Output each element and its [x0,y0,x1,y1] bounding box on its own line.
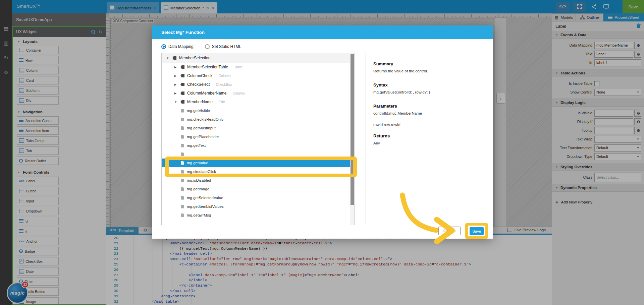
tree-label: ColumnMemberName [187,91,226,96]
tag-icon [172,56,176,60]
tree-label: mg.getPlaceholder [187,135,219,139]
control-type-label: Column [232,91,245,95]
tree-function-mg-getvisible[interactable]: mg.getVisible [162,106,354,115]
parameter-rowid: rowId:row.rowId [373,123,480,127]
control-type-label: Edit [219,100,225,104]
tree-function-mg-gettext[interactable]: mg.getText [162,141,354,150]
tree-function-mg-getplaceholder[interactable]: mg.getPlaceholder [162,132,354,141]
chevron-right-icon[interactable]: ▶ [174,92,178,95]
tree-function-mg-getmustinput[interactable]: mg.getMustInput [162,124,354,132]
chevron-down-icon[interactable]: ▼ [174,101,178,104]
tag-icon [180,92,184,95]
app-window: ▤▥↻⚙ SmartUX™ RegisteredMembers×MemberSe… [0,0,644,305]
parameter-controlid: controlId:mgc.MemberName [373,111,480,115]
tree-function-mg-getimage[interactable]: mg.getImage [162,185,354,193]
tree-label: mg.getText [187,143,206,147]
chevron-down-icon[interactable]: ▼ [166,57,170,60]
tree-function-mg-getvalue[interactable]: mg.getValue [162,159,354,167]
function-info-panel: Summary Returns the value of the control… [366,53,488,225]
chevron-right-icon[interactable]: ▶ [174,74,178,77]
tree-label: mg.getMustInput [187,126,216,130]
control-type-label: Column [218,74,230,78]
tree-label: MemberName [187,100,213,104]
tree-label: ColumnCheck [187,73,212,78]
tree-label: mg.simulateClick [187,170,216,174]
returns-title: Returns [373,133,480,138]
tree-scrollbar[interactable] [350,53,354,225]
function-file-icon [181,179,184,182]
tree-label: CheckSelect [187,82,210,87]
function-file-icon [181,152,184,156]
tree-label: MemberSelection [179,56,210,60]
tree-label: mg.getValue [187,161,208,165]
summary-text: Returns the value of the control. [373,69,480,73]
tree-node-membername[interactable]: ▼MemberNameEdit [162,98,354,106]
scrollbar-thumb[interactable] [351,54,354,205]
chevron-right-icon[interactable]: ▶ [174,66,178,69]
function-file-icon [181,170,184,174]
function-tree[interactable]: ▼MemberSelection▶MemberSelectionTableTab… [161,53,355,225]
function-file-icon [181,187,184,191]
function-file-icon [181,118,184,121]
tree-function-mg-isdisabled[interactable]: mg.isDisabled [162,176,354,185]
tree-function-mg-getselectedvalue[interactable]: mg.getSelectedValue [162,193,354,202]
dialog-title: Select Mg* Function [152,25,493,39]
summary-title: Summary [373,61,480,66]
syntax-title: Syntax [373,82,480,87]
control-type-label: CheckBox [216,82,232,86]
function-file-icon [181,205,184,208]
radio-unselected-icon [205,44,210,49]
tree-label: mg.getErrMsg [187,213,211,217]
function-file-icon [181,109,184,113]
tree-label: mg.checkIsReadOnly [187,117,223,121]
tree-node-checkselect[interactable]: ▶CheckSelectCheckBox [162,80,354,89]
tree-label: mg.getItemListValues [187,204,224,208]
tag-icon [180,100,184,104]
tree-label: mg.isDisabled [187,178,211,182]
tree-node-columncheck[interactable]: ▶ColumnCheckColumn [162,71,354,80]
select-mg-function-dialog: Select Mg* Function Data Mapping Set Sta… [152,25,493,239]
tag-icon [180,74,184,77]
cancel-button[interactable]: Cancel [438,227,461,235]
control-type-label: Table [234,65,243,69]
tree-label: mg.getVisible [187,109,210,113]
radio-set-static-html[interactable]: Set Static HTML [205,44,241,49]
syntax-text: mg.getValue(controlId: , rowId?: ) [373,90,480,94]
tag-icon [180,65,184,69]
tree-function-mg-geterrmsg[interactable]: mg.getErrMsg [162,211,354,220]
function-file-icon [181,213,184,217]
returns-text: Any [373,141,480,145]
dialog-save-button[interactable]: Save [470,227,484,235]
function-file-icon [181,161,184,165]
tree-function-mg-checkisreadonly[interactable]: mg.checkIsReadOnly [162,115,354,124]
function-file-icon [181,196,184,200]
tree-node-memberselectiontable[interactable]: ▶MemberSelectionTableTable [162,63,354,71]
radio-data-mapping[interactable]: Data Mapping [161,44,194,49]
function-file-icon [181,144,184,147]
tree-label: mg.getSelectedValue [187,196,223,200]
tree-node-memberselection[interactable]: ▼MemberSelection [162,53,354,63]
tree-function-mg-simulateclick[interactable]: mg.simulateClick [162,167,354,176]
function-file-icon [181,126,184,130]
tree-label: MemberSelectionTable [187,65,228,69]
tree-label: mg.getImage [187,187,209,191]
tag-icon [180,83,184,86]
tree-function-mg-getitemlistvalues[interactable]: mg.getItemListValues [162,202,354,211]
chevron-right-icon[interactable]: ▶ [174,83,178,86]
tree-node-columnmembername[interactable]: ▶ColumnMemberNameColumn [162,89,354,98]
tree-function-obscured[interactable] [162,150,354,159]
parameters-title: Parameters [373,104,480,109]
radio-selected-icon [161,44,166,49]
function-file-icon [181,135,184,139]
